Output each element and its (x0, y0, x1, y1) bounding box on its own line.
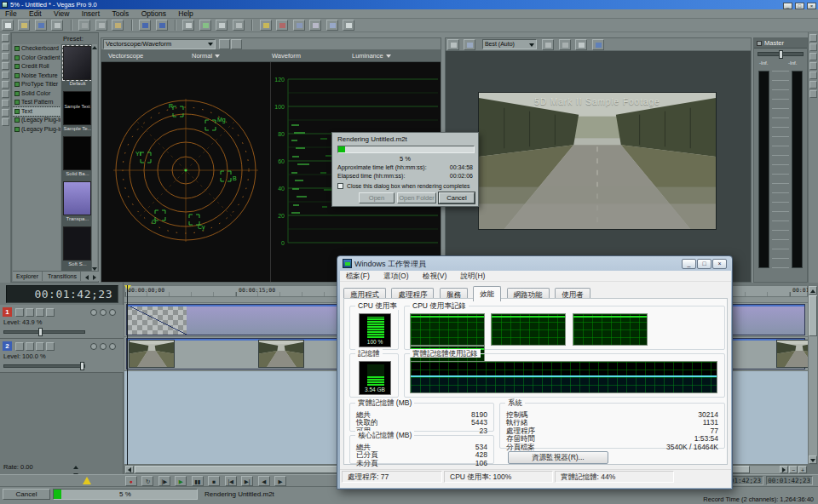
zoom-out-button[interactable]: − (789, 466, 798, 473)
render-as-icon[interactable] (326, 20, 338, 31)
track-fx-icon[interactable] (26, 308, 34, 317)
dock-tab-icon[interactable] (2, 109, 9, 117)
dock-tab-icon[interactable] (2, 53, 9, 60)
overlays-grid-icon[interactable] (559, 39, 571, 50)
copy-snapshot-icon[interactable] (575, 39, 587, 50)
zoom-tool-icon[interactable] (233, 20, 245, 31)
scroll-right-icon[interactable] (780, 466, 788, 473)
preview-quality-combo[interactable]: Best (Auto) (482, 39, 537, 49)
track-number-badge[interactable]: 1 (3, 307, 12, 317)
close-when-done-checkbox[interactable] (337, 183, 343, 189)
dock-tab-icon[interactable] (2, 90, 9, 98)
redo-icon[interactable] (156, 20, 168, 31)
record-button[interactable]: ● (125, 476, 137, 486)
close-button[interactable]: × (807, 3, 816, 9)
track-minimize-icon[interactable] (15, 308, 24, 317)
edit-tool-icon[interactable] (199, 20, 211, 31)
vectorscope-mode-combo[interactable]: Normal (192, 50, 220, 62)
window-titlebar[interactable]: 5% - Untitled * - Vegas Pro 9.0 _ □ × (0, 0, 818, 9)
dock-tab-icon[interactable] (809, 81, 817, 89)
next-frame-button[interactable]: ▶ (274, 476, 286, 486)
tab-scroll-right-icon[interactable] (93, 275, 96, 280)
generator-item[interactable]: Credit Roll (13, 62, 60, 72)
undo-icon[interactable] (139, 20, 151, 31)
track-automation-icon[interactable] (36, 308, 44, 317)
cancel-button[interactable]: Cancel (439, 192, 475, 203)
stop-button[interactable]: ■ (208, 476, 220, 486)
maximize-button[interactable]: □ (697, 259, 711, 269)
tab-transitions[interactable]: Transitions (44, 272, 81, 281)
dock-tab-icon[interactable] (809, 53, 817, 60)
scope-type-combo[interactable]: Vectorscope/Waveform (103, 39, 216, 49)
audio-warning-icon[interactable] (83, 477, 91, 484)
tab-explorer[interactable]: Explorer (13, 272, 43, 281)
playhead-cursor[interactable] (127, 285, 128, 465)
play-button[interactable]: ▶ (175, 476, 187, 486)
generator-item[interactable]: ProType Titler (13, 80, 60, 89)
track-header-1[interactable]: 1 Level: 43.9 % (0, 305, 124, 339)
generator-item[interactable]: (Legacy Plug-in) (13, 125, 60, 135)
track-compositing-icon[interactable] (46, 308, 55, 317)
fade-in-envelope[interactable] (127, 305, 187, 335)
scroll-down-icon[interactable] (809, 455, 817, 464)
menu-help[interactable]: Help (173, 9, 198, 19)
tab-scroll-left-icon[interactable] (85, 275, 89, 280)
dock-tab-icon[interactable] (2, 72, 9, 79)
lock-envelopes-icon[interactable] (293, 20, 305, 31)
menu-view[interactable]: View (49, 9, 74, 19)
dock-tab-icon[interactable] (2, 118, 9, 126)
solo-button[interactable] (100, 309, 107, 316)
split-screen-view-icon[interactable] (542, 39, 554, 50)
track-fx-icon[interactable] (26, 342, 34, 351)
menu-file[interactable]: File (0, 9, 22, 19)
preset-scrollbar[interactable] (91, 44, 97, 272)
generator-item[interactable]: (Legacy Plug-in) (13, 116, 60, 125)
generator-item[interactable]: Solid Color (13, 89, 60, 99)
slider-handle[interactable] (38, 328, 43, 336)
track-level-slider[interactable] (3, 364, 85, 368)
generator-item[interactable]: Color Gradient (13, 54, 60, 63)
loop-playback-button[interactable]: ↻ (141, 476, 153, 486)
preset-item[interactable]: Transpa... (61, 180, 94, 225)
scrollbar-thumb[interactable] (809, 295, 817, 336)
minimize-button[interactable]: _ (682, 259, 696, 269)
scope-settings-icon[interactable] (219, 39, 230, 49)
cancel-render-button[interactable]: Cancel (3, 489, 50, 500)
master-fader[interactable] (758, 52, 804, 56)
cut-icon[interactable] (78, 20, 90, 31)
event-tool-icon[interactable] (182, 20, 194, 31)
dock-tab-icon[interactable] (809, 62, 817, 70)
dock-tab-icon[interactable] (809, 90, 817, 98)
close-button[interactable]: × (712, 259, 727, 269)
minimize-button[interactable]: _ (783, 3, 792, 9)
auto-ripple-icon[interactable] (276, 20, 288, 31)
cursor-timecode-display[interactable]: 00:01:42;23 (6, 285, 118, 303)
save-project-icon[interactable] (35, 20, 47, 31)
snap-icon[interactable] (260, 20, 272, 31)
scroll-up-icon[interactable] (92, 46, 97, 49)
open-folder-button[interactable]: Open Folder (397, 192, 436, 203)
generator-item-selected[interactable]: Text (13, 107, 60, 117)
preset-item[interactable]: Default (61, 44, 94, 89)
dock-tab-icon[interactable] (809, 43, 817, 51)
menu-options[interactable]: Options (136, 9, 171, 19)
generator-item[interactable]: Test Pattern (13, 98, 60, 107)
generator-item[interactable]: Noise Texture (13, 72, 60, 81)
go-to-end-button[interactable]: ▶| (241, 476, 253, 486)
solo-button[interactable] (100, 343, 107, 350)
menu-options[interactable]: 選項(O) (377, 271, 414, 282)
selection-length-timecode[interactable]: 00:01:42;23 (766, 476, 813, 485)
menu-file[interactable]: 檔案(F) (340, 271, 376, 282)
save-snapshot-icon[interactable] (592, 39, 604, 50)
external-monitor-icon[interactable] (464, 39, 475, 50)
fader-handle[interactable] (779, 50, 783, 59)
generator-item[interactable]: Checkerboard (13, 44, 60, 54)
slider-handle[interactable] (80, 362, 84, 370)
arm-record-button[interactable] (109, 343, 116, 350)
loop-region-marker[interactable] (124, 285, 131, 290)
spin-up-icon[interactable] (73, 466, 78, 469)
copy-icon[interactable] (95, 20, 107, 31)
ignore-grouping-icon[interactable] (309, 20, 321, 31)
track-level-slider[interactable] (3, 330, 85, 334)
track-compositing-icon[interactable] (46, 342, 55, 351)
